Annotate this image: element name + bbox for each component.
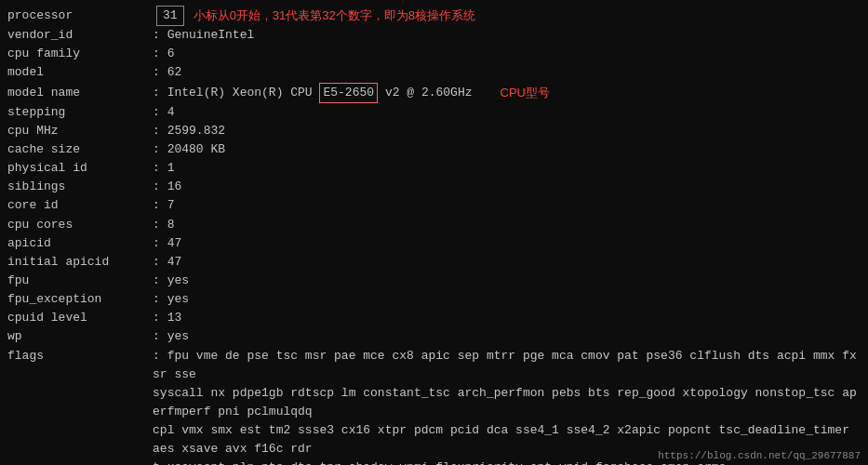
key-model-name: model name [7,84,153,102]
line-physical-id: physical id : 1 [7,159,861,178]
line-cpuid-level: cpuid level : 13 [7,309,861,327]
key-processor: processor [7,7,153,25]
terminal: processor 31 小标从0开始，31代表第32个数字，即为8核操作系统 … [0,0,868,465]
line-wp: wp : yes [7,327,861,346]
line-vendor-id: vendor_id : GenuineIntel [7,26,861,45]
line-cpu-cores: cpu cores : 8 [7,216,861,234]
line-fpu: fpu : yes [7,272,861,290]
line-cpu-family: cpu family : 6 [7,45,861,63]
e5-model-box: E5-2650 [319,83,378,103]
line-siblings: siblings : 16 [7,178,861,196]
line-flags: flags : fpu vme de pse tsc msr pae mce c… [7,347,861,465]
processor-value-box: 31 [156,6,184,26]
cpu-type-annotation: CPU型号 [501,84,550,102]
line-apicid: apicid : 47 [7,234,861,253]
line-cache-size: cache size : 20480 KB [7,140,861,159]
processor-annotation: 小标从0开始，31代表第32个数字，即为8核操作系统 [194,7,475,25]
line-cpu-mhz: cpu MHz : 2599.832 [7,122,861,140]
footer-link: https://blog.csdn.net/qq_29677887 [658,450,861,461]
line-fpu-exception: fpu_exception : yes [7,290,861,309]
line-core-id: core id : 7 [7,196,861,215]
line-model: model : 62 [7,63,861,82]
line-stepping: stepping : 4 [7,103,861,122]
line-initial-apicid: initial apicid : 47 [7,253,861,272]
